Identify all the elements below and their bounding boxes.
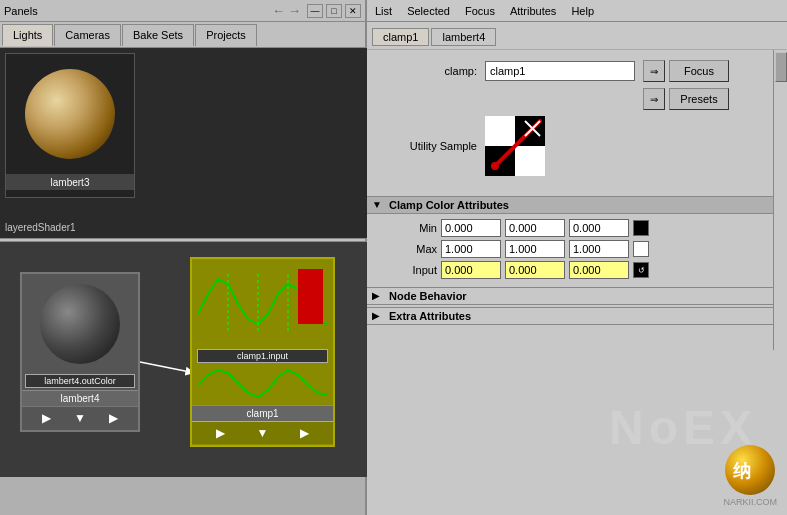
presets-buttons: ⇒ Presets [643, 88, 729, 110]
lambert4-conn-label: lambert4.outColor [25, 374, 135, 388]
max-input-2[interactable] [505, 240, 565, 258]
panels-controls: ← → — □ ✕ [272, 3, 361, 18]
narkii-logo-area: 纳 NARKII.COM [723, 445, 777, 507]
min-label: Min [397, 222, 437, 234]
svg-text:纳: 纳 [732, 461, 751, 481]
lambert3-label: lambert3 [51, 177, 90, 188]
input-field-1[interactable] [441, 261, 501, 279]
clamp-color-attrs: Min Max Input ↺ [367, 214, 787, 287]
restore-button[interactable]: □ [326, 4, 342, 18]
clamp-color-section-header[interactable]: ▼ Clamp Color Attributes [367, 196, 787, 214]
clamp1-play2-icon[interactable]: ▶ [300, 426, 309, 440]
tab-cameras[interactable]: Cameras [54, 24, 121, 46]
clamp1-node[interactable]: clamp1.input clamp1 ▶ ▼ ▶ [190, 257, 335, 447]
preview-area: lambert3 layeredShader1 [0, 48, 367, 238]
clamp-color-collapse-icon: ▼ [372, 199, 384, 211]
tab-projects[interactable]: Projects [195, 24, 257, 46]
attr-editor: clamp: ⇒ Focus ⇒ Presets Utility Sample [367, 50, 787, 196]
node-behavior-title: Node Behavior [389, 290, 467, 302]
menu-bar: List Selected Focus Attributes Help [367, 0, 787, 22]
min-input-1[interactable] [441, 219, 501, 237]
presets-button[interactable]: Presets [669, 88, 729, 110]
extra-attrs-expand-icon: ▶ [372, 310, 384, 322]
max-row: Max [397, 240, 777, 258]
input-color-swatch[interactable]: ↺ [633, 262, 649, 278]
tab-lambert4[interactable]: lambert4 [431, 28, 496, 46]
right-panel: List Selected Focus Attributes Help clam… [367, 0, 787, 515]
right-scrollbar[interactable] [773, 50, 787, 350]
min-input-3[interactable] [569, 219, 629, 237]
focus-button[interactable]: Focus [669, 60, 729, 82]
clamp-icon-btn2[interactable]: ⇒ [643, 88, 665, 110]
left-panel: Panels ← → — □ ✕ Lights Cameras Bake Set… [0, 0, 367, 515]
lambert4-down-icon[interactable]: ▼ [74, 411, 86, 425]
left-arrow-icon[interactable]: ← [272, 3, 285, 18]
input-field-3[interactable] [569, 261, 629, 279]
panels-header: Panels ← → — □ ✕ [0, 0, 365, 22]
min-row: Min [397, 219, 777, 237]
svg-rect-5 [298, 269, 323, 324]
narkii-text: NARKII.COM [723, 497, 777, 507]
svg-rect-9 [515, 146, 545, 176]
shader-label: layeredShader1 [5, 222, 76, 233]
tab-lights[interactable]: Lights [2, 24, 53, 46]
close-button[interactable]: ✕ [345, 4, 361, 18]
menu-selected[interactable]: Selected [407, 5, 450, 17]
lambert4-node[interactable]: lambert4.outColor lambert4 ▶ ▼ ▶ [20, 272, 140, 432]
menu-list[interactable]: List [375, 5, 392, 17]
clamp1-input-label: clamp1.input [197, 349, 328, 363]
lambert4-play-icon[interactable]: ▶ [42, 411, 51, 425]
left-tab-bar: Lights Cameras Bake Sets Projects [0, 22, 365, 48]
max-input-3[interactable] [569, 240, 629, 258]
clamp-name-label: clamp: [377, 65, 477, 77]
clamp1-name: clamp1 [192, 405, 333, 421]
min-color-swatch[interactable] [633, 220, 649, 236]
lambert4-sphere [40, 284, 120, 364]
extra-attrs-title: Extra Attributes [389, 310, 471, 322]
node-behavior-expand-icon: ▶ [372, 290, 384, 302]
max-label: Max [397, 243, 437, 255]
right-tab-bar: clamp1 lambert4 [367, 22, 787, 50]
utility-sample-image[interactable] [485, 116, 545, 176]
clamp-name-row: clamp: ⇒ Focus [377, 60, 777, 82]
lambert4-play2-icon[interactable]: ▶ [109, 411, 118, 425]
svg-point-11 [491, 162, 499, 170]
svg-rect-6 [485, 116, 515, 146]
minimize-button[interactable]: — [307, 4, 323, 18]
clamp1-down-icon[interactable]: ▼ [257, 426, 269, 440]
lambert4-name: lambert4 [22, 390, 138, 406]
input-field-2[interactable] [505, 261, 565, 279]
clamp-color-title: Clamp Color Attributes [389, 199, 509, 211]
menu-focus[interactable]: Focus [465, 5, 495, 17]
clamp-visual [198, 264, 328, 344]
clamp-wave-bottom [198, 365, 328, 405]
menu-help[interactable]: Help [571, 5, 594, 17]
panels-title: Panels [4, 5, 38, 17]
max-input-1[interactable] [441, 240, 501, 258]
clamp-icon-btn1[interactable]: ⇒ [643, 60, 665, 82]
node-editor[interactable]: lambert4.outColor lambert4 ▶ ▼ ▶ [0, 242, 367, 477]
utility-sample-label: Utility Sample [377, 140, 477, 152]
node-behavior-section-header[interactable]: ▶ Node Behavior [367, 287, 787, 305]
extra-attrs-section-header[interactable]: ▶ Extra Attributes [367, 307, 787, 325]
max-color-swatch[interactable] [633, 241, 649, 257]
input-label: Input [397, 264, 437, 276]
input-row: Input ↺ [397, 261, 777, 279]
svg-line-1 [140, 362, 190, 372]
clamp-name-input[interactable] [485, 61, 635, 81]
clamp1-play-icon[interactable]: ▶ [216, 426, 225, 440]
tab-clamp1[interactable]: clamp1 [372, 28, 429, 46]
right-arrow-icon[interactable]: → [288, 3, 301, 18]
attr-buttons: ⇒ Focus [643, 60, 729, 82]
utility-sample-row: Utility Sample [377, 116, 777, 176]
tab-bake-sets[interactable]: Bake Sets [122, 24, 194, 46]
presets-row: ⇒ Presets [377, 88, 777, 110]
min-input-2[interactable] [505, 219, 565, 237]
menu-attributes[interactable]: Attributes [510, 5, 556, 17]
